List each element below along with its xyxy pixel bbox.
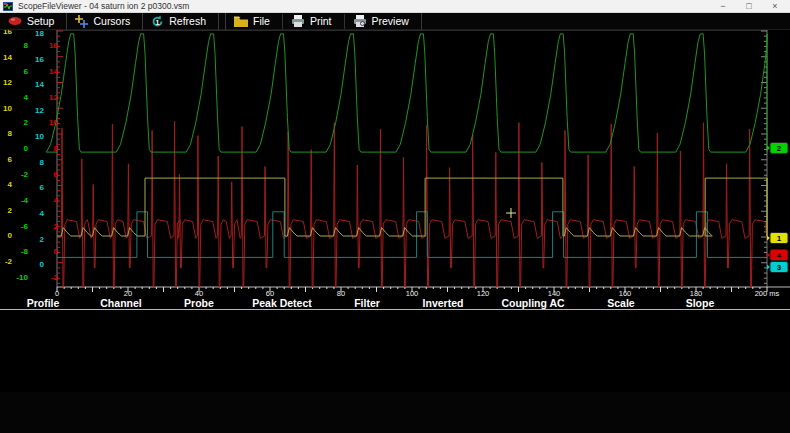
y-axis-label-ch1: 12 bbox=[3, 78, 12, 87]
title-bar: ScopeFileViewer - 04 saturn ion 2 p0300.… bbox=[0, 0, 790, 13]
x-tick-label: 0 bbox=[55, 289, 59, 296]
x-tick-label: 40 bbox=[195, 289, 203, 296]
y-axis-label-ch2: -4 bbox=[21, 196, 29, 205]
table-header: Probe bbox=[184, 297, 214, 309]
trace-ch3 bbox=[57, 212, 767, 258]
y-axis-label-ch4: -2 bbox=[51, 273, 59, 282]
setup-label: Setup bbox=[27, 15, 54, 27]
window-title: ScopeFileViewer - 04 saturn ion 2 p0300.… bbox=[18, 1, 189, 11]
trace-ch4 bbox=[57, 121, 767, 287]
printer-icon bbox=[291, 15, 305, 27]
y-axis-label-ch4: 10 bbox=[49, 118, 58, 127]
svg-text:4: 4 bbox=[777, 251, 782, 260]
table-header: Channel bbox=[100, 297, 141, 309]
y-axis-label-ch3: 2 bbox=[40, 235, 45, 244]
table-header: Peak Detect bbox=[252, 297, 312, 309]
cursors-label: Cursors bbox=[93, 15, 130, 27]
x-tick-label: 120 bbox=[477, 289, 490, 296]
refresh-icon: 1 bbox=[151, 15, 164, 28]
folder-icon bbox=[234, 16, 248, 27]
print-label: Print bbox=[310, 15, 332, 27]
y-axis-label-ch4: 0 bbox=[54, 247, 59, 256]
x-tick-label: 180 bbox=[690, 289, 703, 296]
svg-text:3: 3 bbox=[777, 263, 782, 272]
x-tick-label: 60 bbox=[266, 289, 274, 296]
cursor-cross bbox=[506, 208, 516, 218]
app-icon bbox=[3, 2, 13, 11]
table-header: Profile bbox=[27, 297, 60, 309]
x-tick-label: 20 bbox=[124, 289, 132, 296]
table-header: Filter bbox=[354, 297, 380, 309]
y-axis-label-ch3: 6 bbox=[40, 183, 45, 192]
y-axis-label-ch2: 8 bbox=[24, 41, 29, 50]
channel-table: ProfileChannelProbePeak DetectFilterInve… bbox=[0, 296, 790, 392]
refresh-button[interactable]: 1 Refresh bbox=[143, 13, 218, 30]
y-axis-label-ch3: 4 bbox=[40, 209, 45, 218]
y-axis-label-ch2: 6 bbox=[24, 67, 29, 76]
y-axis-label-ch4: 2 bbox=[54, 222, 59, 231]
channel-marker-3[interactable]: 3 bbox=[767, 262, 788, 273]
channel-marker-4[interactable]: 4 bbox=[767, 250, 788, 261]
table-header: Coupling AC bbox=[501, 297, 564, 309]
svg-text:1: 1 bbox=[777, 234, 782, 243]
toolbar: Setup Cursors 1 Refresh Fil bbox=[0, 13, 790, 30]
x-tick-label: 160 bbox=[619, 289, 632, 296]
y-axis-label-ch1: 6 bbox=[8, 155, 13, 164]
y-axis-label-ch4: 14 bbox=[49, 67, 58, 76]
x-tick-label: 140 bbox=[548, 289, 561, 296]
waveform-display[interactable]: 020406080100120140160180200 ms1614121086… bbox=[0, 30, 790, 296]
y-axis-label-ch4: 4 bbox=[54, 196, 59, 205]
table-header: Slope bbox=[686, 297, 715, 309]
y-axis-label-ch3: 10 bbox=[35, 132, 44, 141]
y-axis-label-ch4: 6 bbox=[54, 170, 59, 179]
y-axis-label-ch2: -10 bbox=[16, 273, 28, 282]
y-axis-label-ch2: 4 bbox=[24, 93, 29, 102]
close-button[interactable]: × bbox=[762, 0, 788, 13]
table-header: Inverted bbox=[423, 297, 464, 309]
y-axis-label-ch1: 10 bbox=[3, 104, 12, 113]
x-tick-label: 80 bbox=[337, 289, 345, 296]
header-divider bbox=[0, 309, 790, 310]
y-axis-label-ch4: 16 bbox=[49, 41, 58, 50]
cursors-icon bbox=[75, 15, 88, 28]
preview-label: Preview bbox=[372, 15, 409, 27]
playback-bar: ▶ 00:51:828 ◀◀ ◀ ▶ ▶▶ x1 bbox=[0, 392, 790, 433]
y-axis-label-ch3: 18 bbox=[35, 30, 44, 38]
svg-text:2: 2 bbox=[777, 144, 782, 153]
print-button[interactable]: Print bbox=[283, 13, 344, 30]
svg-text:1: 1 bbox=[156, 18, 160, 25]
refresh-label: Refresh bbox=[169, 15, 206, 27]
y-axis-label-ch2: 0 bbox=[24, 144, 29, 153]
y-axis-label-ch3: 14 bbox=[35, 80, 44, 89]
channel-marker-2[interactable]: 2 bbox=[767, 143, 788, 154]
y-axis-label-ch2: -8 bbox=[21, 247, 29, 256]
print-preview-icon bbox=[353, 15, 367, 27]
x-tick-label: 200 ms bbox=[755, 289, 780, 296]
y-axis-label-ch2: 2 bbox=[24, 118, 29, 127]
trace-ch2 bbox=[46, 34, 767, 152]
minimize-button[interactable]: − bbox=[710, 0, 736, 13]
cursors-button[interactable]: Cursors bbox=[67, 13, 142, 30]
waveform-plot-area: 020406080100120140160180200 ms1614121086… bbox=[0, 30, 790, 296]
y-axis-label-ch3: 0 bbox=[40, 260, 45, 269]
y-axis-label-ch3: 12 bbox=[35, 106, 44, 115]
y-axis-label-ch1: 16 bbox=[3, 30, 12, 36]
y-axis-label-ch1: 2 bbox=[8, 206, 13, 215]
y-axis-label-ch1: 8 bbox=[8, 129, 13, 138]
file-button[interactable]: File bbox=[226, 13, 282, 30]
y-axis-label-ch1: -2 bbox=[5, 257, 13, 266]
file-label: File bbox=[253, 15, 270, 27]
y-axis-label-ch1: 0 bbox=[8, 231, 13, 240]
preview-button[interactable]: Preview bbox=[345, 13, 421, 30]
y-axis-label-ch2: -2 bbox=[21, 170, 29, 179]
table-header: Scale bbox=[607, 297, 634, 309]
maximize-button[interactable]: □ bbox=[736, 0, 762, 13]
y-axis-label-ch1: 4 bbox=[8, 180, 13, 189]
setup-button[interactable]: Setup bbox=[0, 13, 66, 30]
y-axis-label-ch4: 12 bbox=[49, 93, 58, 102]
x-tick-label: 100 bbox=[406, 289, 419, 296]
y-axis-label-ch2: -6 bbox=[21, 222, 29, 231]
y-axis-label-ch3: 8 bbox=[40, 158, 45, 167]
channel-marker-1[interactable]: 1 bbox=[767, 233, 788, 244]
y-axis-label-ch1: 14 bbox=[3, 53, 12, 62]
